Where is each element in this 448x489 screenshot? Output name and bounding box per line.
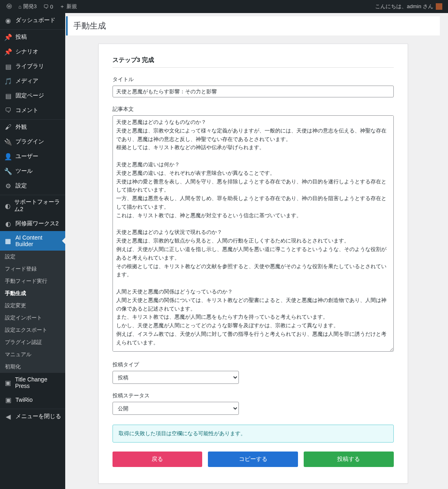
sidebar-item-settings[interactable]: ⚙設定 (0, 178, 65, 193)
sidebar-item-label: TwiRio (15, 396, 33, 403)
wordpress-icon: ⓦ (7, 3, 12, 10)
sidebar-item-twirio[interactable]: ▣TwiRio (0, 392, 65, 407)
avatar (436, 3, 442, 10)
step-header: ステップ3 完成 (113, 56, 394, 68)
page-title: 手動生成 (66, 16, 440, 35)
new-label: 新規 (66, 3, 77, 10)
sidebar-item-appearance[interactable]: 🖌外観 (0, 120, 65, 134)
user-icon: 👤 (4, 152, 12, 161)
submenu-settings-change[interactable]: 設定変更 (0, 300, 65, 312)
sidebar-item-label: サポートフォーラム2 (14, 198, 61, 213)
sidebar-item-label: Title Change Press (15, 376, 61, 389)
sidebar-item-label: 阿修羅ワークス2 (15, 220, 59, 227)
sidebar-collapse[interactable]: ◀メニューを閉じる (0, 409, 65, 424)
sidebar-item-label: 投稿 (15, 33, 27, 41)
admin-topbar: ⓦ ⌂開発3 🗨0 ＋新規 こんにちは、admin さん (0, 0, 448, 13)
new-content[interactable]: ＋新規 (56, 0, 80, 13)
comments-count: 0 (50, 4, 53, 10)
submenu-init[interactable]: 初期化 (0, 361, 65, 373)
sidebar-item-ashura[interactable]: ◐阿修羅ワークス2 (0, 216, 65, 231)
body-label: 記事本文 (113, 106, 394, 113)
tool-icon: 🔧 (4, 167, 12, 175)
submenu-manual[interactable]: マニュアル (0, 348, 65, 361)
sidebar-item-plugins[interactable]: 🔌プラグイン (0, 134, 65, 149)
sidebar-item-label: 設定 (15, 182, 27, 189)
sidebar-item-media[interactable]: 🎵メディア (0, 74, 65, 88)
pin-icon: 📌 (4, 33, 12, 41)
title-input[interactable] (113, 86, 394, 97)
support-icon: ◐ (4, 202, 11, 210)
status-label: 投稿ステータス (113, 392, 394, 399)
submenu-settings[interactable]: 設定 (0, 251, 65, 263)
sidebar-item-comments[interactable]: 🗨コメント (0, 103, 65, 118)
home-icon: ⌂ (18, 4, 22, 10)
submenu: 設定 フィード登録 手動フィード実行 手動生成 設定変更 設定インポート 設定エ… (0, 251, 65, 373)
comment-icon: 🗨 (43, 4, 49, 10)
submenu-feed-register[interactable]: フィード登録 (0, 263, 65, 275)
sidebar-item-posts[interactable]: 📌投稿 (0, 30, 65, 44)
post-button[interactable]: 投稿する (304, 452, 394, 467)
sidebar-item-users[interactable]: 👤ユーザー (0, 149, 65, 164)
copy-button[interactable]: コピーする (208, 452, 298, 467)
sidebar-item-label: コメント (15, 107, 38, 114)
sidebar-item-label: 固定ページ (15, 92, 44, 99)
user-menu[interactable]: こんにちは、admin さん (375, 3, 445, 10)
dashboard-icon: ◉ (4, 16, 12, 24)
site-home[interactable]: ⌂開発3 (15, 0, 40, 13)
submenu-auth[interactable]: プラグイン認証 (0, 336, 65, 348)
site-name-label: 開発3 (23, 3, 37, 10)
admin-sidebar: ◉ダッシュボード 📌投稿 📌シナリオ ▤ライブラリ 🎵メディア ▤固定ページ 🗨… (0, 13, 65, 489)
sidebar-item-label: メニューを閉じる (15, 413, 61, 420)
back-button[interactable]: 戻る (113, 452, 203, 467)
sidebar-item-label: ライブラリ (15, 63, 44, 70)
ai-icon: ▦ (4, 237, 12, 245)
sidebar-item-label: シナリオ (15, 48, 38, 55)
sidebar-item-title-change[interactable]: ▣Title Change Press (0, 373, 65, 392)
settings-icon: ⚙ (4, 182, 12, 190)
sidebar-item-label: AI Content Builder (15, 234, 61, 247)
support-icon: ◐ (4, 220, 12, 228)
title-label: タイトル (113, 76, 394, 83)
sidebar-item-label: プラグイン (15, 138, 44, 145)
greeting-label: こんにちは、admin さん (375, 3, 433, 10)
sidebar-item-scenario[interactable]: 📌シナリオ (0, 44, 65, 59)
submenu-feed-execute[interactable]: 手動フィード実行 (0, 275, 65, 287)
posttype-label: 投稿タイプ (113, 361, 394, 368)
comment-icon: 🗨 (4, 106, 12, 115)
sidebar-item-pages[interactable]: ▤固定ページ (0, 88, 65, 103)
submenu-manual-generate[interactable]: 手動生成 (0, 287, 65, 300)
sidebar-item-library[interactable]: ▤ライブラリ (0, 59, 65, 74)
media-icon: 🎵 (4, 77, 12, 85)
sidebar-item-label: 外観 (15, 123, 27, 131)
sidebar-item-dashboard[interactable]: ◉ダッシュボード (0, 13, 65, 28)
pin-icon: 📌 (4, 48, 12, 56)
book-icon: ▤ (4, 62, 12, 70)
sidebar-item-support[interactable]: ◐サポートフォーラム2 (0, 195, 65, 216)
comments-link[interactable]: 🗨0 (40, 0, 56, 13)
sidebar-item-label: ツール (15, 167, 33, 175)
status-select[interactable]: 公開 (113, 402, 239, 415)
wp-logo[interactable]: ⓦ (3, 0, 15, 13)
title-icon: ▣ (4, 379, 12, 387)
plus-icon: ＋ (60, 3, 65, 10)
sidebar-item-label: ダッシュボード (15, 17, 55, 24)
brush-icon: 🖌 (4, 123, 12, 131)
posttype-select[interactable]: 投稿 (113, 371, 239, 384)
collapse-icon: ◀ (4, 412, 12, 421)
form-panel: ステップ3 完成 タイトル 記事本文 投稿タイプ 投稿 投稿ステータス 公開 (98, 44, 408, 484)
submenu-export[interactable]: 設定エクスポート (0, 324, 65, 336)
body-textarea[interactable] (113, 115, 394, 352)
sidebar-item-label: メディア (15, 77, 38, 85)
twirio-icon: ▣ (4, 396, 12, 404)
sidebar-item-label: ユーザー (15, 153, 38, 160)
submenu-import[interactable]: 設定インポート (0, 312, 65, 324)
sidebar-item-tools[interactable]: 🔧ツール (0, 164, 65, 178)
page-icon: ▤ (4, 92, 12, 100)
sidebar-item-ai-content-builder[interactable]: ▦AI Content Builder (0, 231, 65, 251)
notice-message: 取得に失敗した項目は空欄になる可能性があります。 (113, 425, 394, 443)
plug-icon: 🔌 (4, 138, 12, 146)
